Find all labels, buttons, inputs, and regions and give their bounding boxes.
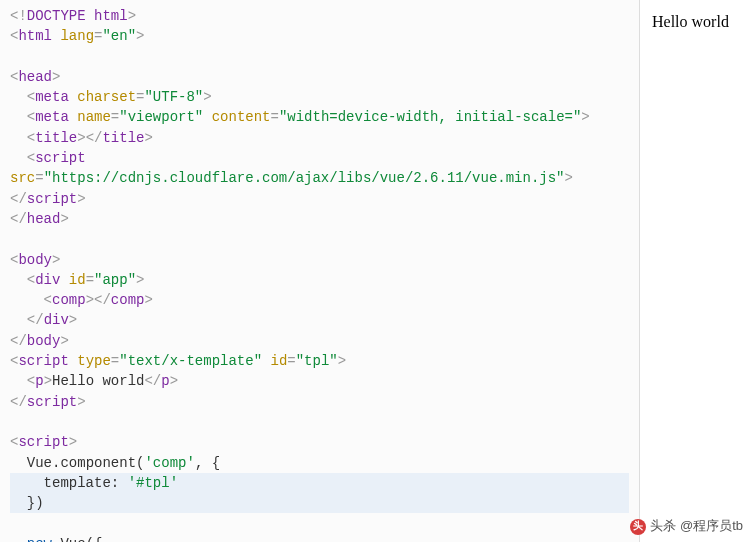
code-line-highlighted: }) [10,493,629,513]
code-line: </head> [10,209,629,229]
code-line [10,513,629,533]
code-line: <script type="text/x-template" id="tpl"> [10,351,629,371]
watermark-prefix: 头杀 [650,517,676,536]
code-line: Vue.component('comp', { [10,453,629,473]
watermark-logo-icon: 头 [630,519,646,535]
code-line: <div id="app"> [10,270,629,290]
code-line: src="https://cdnjs.cloudflare.com/ajax/l… [10,168,629,188]
code-line: </script> [10,189,629,209]
code-line: <meta name="viewport" content="width=dev… [10,107,629,127]
code-line: <html lang="en"> [10,26,629,46]
code-line: <p>Hello world</p> [10,371,629,391]
code-line-highlighted: template: '#tpl' [10,473,629,493]
code-line [10,412,629,432]
code-line [10,47,629,67]
preview-text: Hello world [652,13,729,30]
watermark-handle: @程序员tb [680,517,743,536]
code-editor[interactable]: <!DOCTYPE html><html lang="en"> <head> <… [0,0,640,542]
code-line: <script [10,148,629,168]
code-line: </body> [10,331,629,351]
split-view: <!DOCTYPE html><html lang="en"> <head> <… [0,0,751,542]
code-line: new Vue({ [10,534,629,542]
code-line: <head> [10,67,629,87]
code-line: <!DOCTYPE html> [10,6,629,26]
code-line: <script> [10,432,629,452]
preview-pane: Hello world [640,0,751,542]
watermark: 头 头杀 @程序员tb [630,517,743,536]
code-line [10,229,629,249]
code-line: <title></title> [10,128,629,148]
code-line: </div> [10,310,629,330]
code-line: </script> [10,392,629,412]
code-line: <meta charset="UTF-8"> [10,87,629,107]
code-line: <comp></comp> [10,290,629,310]
code-line: <body> [10,250,629,270]
